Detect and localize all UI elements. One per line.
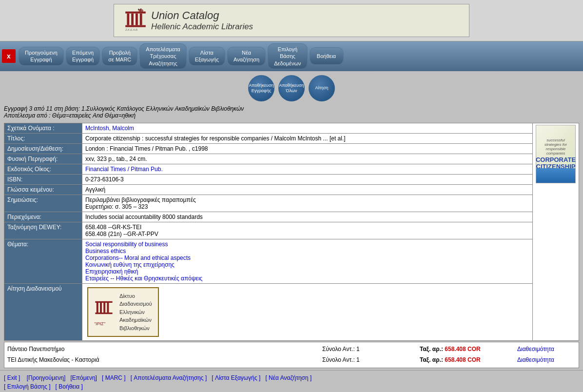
search-results-link[interactable]: [ Αποτελέσματα Αναζήτησης ] xyxy=(131,374,207,381)
availability-link-0[interactable]: Διαθεσιμότητα xyxy=(517,346,554,353)
subject-link-1[interactable]: Business ethics xyxy=(85,248,126,255)
request-button[interactable]: Αίτηση xyxy=(309,75,335,101)
publisher-value: Financial Times / Pitman Pub. xyxy=(82,164,533,174)
dewey-0: Ταξ. αρ.: 658.408 COR xyxy=(420,346,517,353)
count-0: Σύνολο Αντ.: 1 xyxy=(322,346,420,353)
table-row: Σημειώσεις: Περιλαμβάνει βιβλιογραφικές … xyxy=(4,195,579,212)
publisher-label: Εκδοτικός Οίκος: xyxy=(4,164,82,174)
svg-rect-5 xyxy=(125,25,146,27)
dewey-label: Ταξινόμηση DEWEY: xyxy=(4,222,82,239)
isbn-value: 0-273-63106-3 xyxy=(82,174,533,184)
subject-item-4: Επιχειρησιακή ηθική xyxy=(85,268,529,275)
table-row: Περιεχόμενα: Includes social accountabil… xyxy=(4,212,579,222)
contents-label: Περιεχόμενα: xyxy=(4,212,82,222)
title-value: Corporate citizenship : successful strat… xyxy=(82,133,533,143)
record-info: Εγγραφή 3 από 11 στη βάση: 1.Συλλογικός … xyxy=(0,103,583,121)
prev-record-button[interactable]: ΠροηγούμενηΕγγραφή xyxy=(19,47,64,66)
export-list-button[interactable]: ΛίσταΕξαγωγής xyxy=(189,47,225,66)
action-buttons-row: ΑποθήκευσηΕγγραφής ΑποθήκευσηΌλων Αίτηση xyxy=(0,71,583,103)
related-names-link[interactable]: McIntosh, Malcolm xyxy=(85,125,134,132)
notes-label: Σημειώσεις: xyxy=(4,195,82,212)
marc-link[interactable]: [ MARC ] xyxy=(102,374,126,381)
new-search-button[interactable]: ΝέαΑναζήτηση xyxy=(227,47,266,66)
svg-rect-4 xyxy=(140,14,142,25)
table-row: Φυσική Περιγραφή: xxv, 323 p., tab., 24 … xyxy=(4,154,579,164)
svg-rect-11 xyxy=(100,303,102,313)
footer-row-2: [ Επιλογή Βάσης ] [ Βοήθεια ] xyxy=(4,383,579,390)
select-db-link[interactable]: [ Επιλογή Βάσης ] xyxy=(4,383,51,390)
header-logo: 🦅 Σ.Κ.Ε.Α.Β. Union Catalog Hellenic Acad… xyxy=(114,4,469,37)
publisher-link[interactable]: Financial Times / Pitman Pub. xyxy=(85,166,163,173)
svg-rect-9 xyxy=(95,301,112,302)
publication-value: London : Financial Times / Pitman Pub. ,… xyxy=(82,143,533,154)
physical-value: xxv, 323 p., tab., 24 cm. xyxy=(82,154,533,164)
dewey-line1: 658.408 --GR-KS-TEI xyxy=(85,224,529,231)
language-value: Αγγλική xyxy=(82,184,533,195)
table-row: Γλώσσα κειμένου: Αγγλική xyxy=(4,184,579,195)
svg-point-7 xyxy=(138,9,143,12)
close-button[interactable]: x xyxy=(2,49,16,63)
help-link[interactable]: [ Βοήθεια ] xyxy=(56,383,83,390)
table-row: Δημοσίευση/Διάθεση: London : Financial T… xyxy=(4,143,579,154)
holding-row-0: Πάντειο Πανεπιστήμιο Σύνολο Αντ.: 1 Ταξ.… xyxy=(4,344,579,354)
prev-link[interactable]: [Προηγούμενη] xyxy=(27,374,66,381)
institution-1: ΤΕΙ Δυτικής Μακεδονίας - Καστοριά xyxy=(7,356,322,363)
dewey-value: 658.408 --GR-KS-TEI 658.408 (21n) --GR-A… xyxy=(82,222,533,239)
svg-text:Σ.Κ.Ε.Α.Β.: Σ.Κ.Ε.Α.Β. xyxy=(125,28,138,31)
iris-icon: "ΙΡΙΣ" xyxy=(94,298,114,326)
help-button[interactable]: Βοήθεια xyxy=(310,47,344,65)
table-row: Αίτηση Διαδανεισμού "ΙΡΙΣ" xyxy=(4,283,579,341)
notes-line2: Ευρετήριο: σ. 305 – 323 xyxy=(85,203,529,210)
next-link[interactable]: [Επόμενη] xyxy=(70,374,97,381)
availability-link-1[interactable]: Διαθεσιμότητα xyxy=(517,356,554,363)
nav-bar: x ΠροηγούμενηΕγγραφή ΕπόμενηΕγγραφή Προβ… xyxy=(0,41,583,71)
dewey-link-1[interactable]: 658.408 COR xyxy=(445,356,480,363)
new-search-link[interactable]: [ Νέα Αναζήτηση ] xyxy=(265,374,311,381)
subject-item-2: Corporations-- Moral and ethical aspects xyxy=(85,255,529,261)
export-link[interactable]: [ Λίστα Εξαγωγής ] xyxy=(212,374,260,381)
select-database-button[interactable]: ΕπιλογήΒάσηςΔεδομένων xyxy=(268,43,307,69)
search-results-button[interactable]: ΑποτελέσματαΤρέχουσαςΑναζήτησης xyxy=(139,43,186,69)
subject-link-5[interactable]: Εταιρείες -- Ηθικές και Θρησκευτικές από… xyxy=(85,275,202,282)
subject-link-4[interactable]: Επιχειρησιακή ηθική xyxy=(85,268,138,275)
avail-0: Διαθεσιμότητα xyxy=(517,346,576,353)
subject-link-3[interactable]: Κοινωνική ευθύνη της επιχείρησης xyxy=(85,261,175,268)
footer-links: [ Exit ] [Προηγούμενη] [Επόμενη] [ MARC … xyxy=(0,370,583,392)
iris-name-label: "ΙΡΙΣ" xyxy=(94,321,114,326)
dewey-link-0[interactable]: 658.408 COR xyxy=(445,346,480,353)
subject-item-3: Κοινωνική ευθύνη της επιχείρησης xyxy=(85,261,529,268)
svg-rect-2 xyxy=(131,14,134,25)
book-cover-cell: successful strategies forresponsible com… xyxy=(533,123,579,341)
logo-subtitle: Hellenic Academic Libraries xyxy=(151,22,253,32)
related-names-label: Σχετικά Ονόματα : xyxy=(4,123,82,133)
institution-0: Πάντειο Πανεπιστήμιο xyxy=(7,346,322,353)
holdings-section: Πάντειο Πανεπιστήμιο Σύνολο Αντ.: 1 Ταξ.… xyxy=(4,342,579,368)
record-info-line2: Αποτέλεσμα από : Θέμα=εταιρείες And Θέμα… xyxy=(4,112,579,119)
book-cover: successful strategies forresponsible com… xyxy=(536,125,576,183)
dewey-line2: 658.408 (21n) --GR-AT-PPV xyxy=(85,231,529,237)
subject-item-5: Εταιρείες -- Ηθικές και Θρησκευτικές από… xyxy=(85,275,529,282)
table-row: Ταξινόμηση DEWEY: 658.408 --GR-KS-TEI 65… xyxy=(4,222,579,239)
holding-row-1: ΤΕΙ Δυτικής Μακεδονίας - Καστοριά Σύνολο… xyxy=(4,355,579,365)
next-record-button[interactable]: ΕπόμενηΕγγραφή xyxy=(66,47,100,66)
record-table: Σχετικά Ονόματα : McIntosh, Malcolm succ… xyxy=(4,123,579,341)
logo-title: Union Catalog xyxy=(151,9,253,22)
table-row: Εκδοτικός Οίκος: Financial Times / Pitma… xyxy=(4,164,579,174)
subject-link-2[interactable]: Corporations-- Moral and ethical aspects xyxy=(85,255,191,261)
subjects-value: Social responsibility of business Busine… xyxy=(82,239,533,283)
save-record-button[interactable]: ΑποθήκευσηΕγγραφής xyxy=(248,75,274,101)
subjects-label: Θέματα: xyxy=(4,239,82,283)
marc-view-button[interactable]: Προβολήσε MARC xyxy=(102,47,137,66)
svg-rect-3 xyxy=(136,14,138,25)
table-row: ISBN: 0-273-63106-3 xyxy=(4,174,579,184)
exit-link[interactable]: [ Exit ] xyxy=(4,374,20,381)
logo-text-block: Union Catalog Hellenic Academic Librarie… xyxy=(151,9,253,32)
physical-label: Φυσική Περιγραφή: xyxy=(4,154,82,164)
iris-logo[interactable]: "ΙΡΙΣ" Δίκτυο Διαδανεισμού Ελληνικών Ακα… xyxy=(87,287,159,337)
subject-link-0[interactable]: Social responsibility of business xyxy=(85,241,168,248)
save-all-button[interactable]: ΑποθήκευσηΌλων xyxy=(278,75,305,101)
loan-label: Αίτηση Διαδανεισμού xyxy=(4,283,82,341)
table-row: Σχετικά Ονόματα : McIntosh, Malcolm succ… xyxy=(4,123,579,133)
subject-item-0: Social responsibility of business xyxy=(85,241,529,248)
dewey-1: Ταξ. αρ.: 658.408 COR xyxy=(420,356,517,363)
